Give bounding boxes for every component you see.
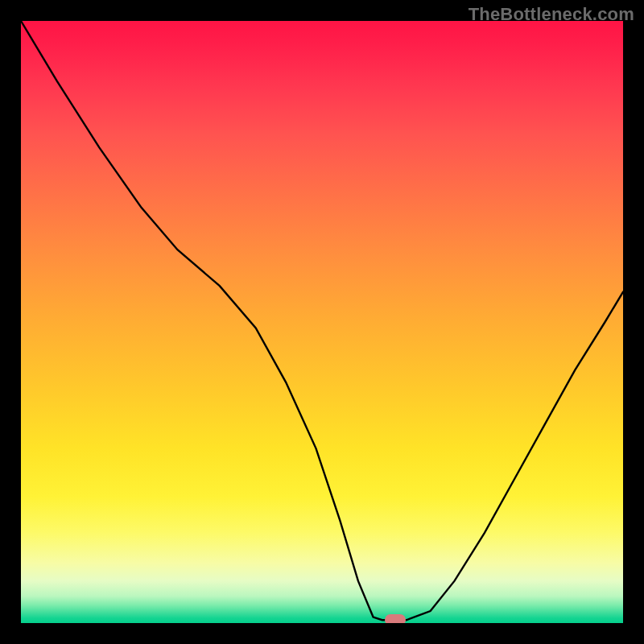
watermark-text: TheBottleneck.com (469, 4, 634, 25)
chart-marker (385, 614, 406, 623)
chart-curve-layer (21, 21, 623, 623)
chart-curve (21, 21, 623, 620)
chart-frame: TheBottleneck.com (0, 0, 644, 644)
plot-area (21, 21, 623, 623)
